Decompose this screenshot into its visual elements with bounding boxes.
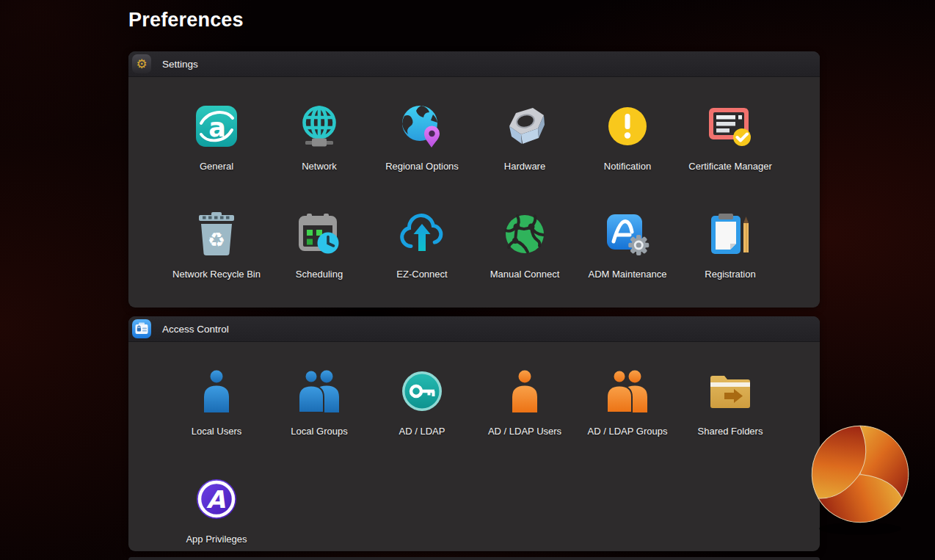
tile-certificate-manager[interactable]: Certificate Manager <box>679 103 782 172</box>
tile-label: Local Groups <box>291 426 347 437</box>
tile-label: Network <box>302 161 337 172</box>
adm-gear-icon <box>605 211 650 257</box>
tile-regional-options[interactable]: Regional Options <box>371 103 473 172</box>
shared-folder-icon <box>708 368 752 414</box>
svg-text:⚙: ⚙ <box>136 57 147 71</box>
tile-notification[interactable]: Notification <box>576 103 679 172</box>
recycle-bin-icon: ♻ <box>197 211 236 257</box>
tile-label: AD / LDAP Groups <box>588 426 668 437</box>
notification-exclamation-icon <box>607 103 648 149</box>
tile-general[interactable]: a General <box>165 103 268 172</box>
tile-label: Registration <box>705 269 755 280</box>
cloud-upload-icon <box>399 211 445 257</box>
asustor-general-icon: a <box>196 103 237 149</box>
tile-label: App Privileges <box>186 534 247 545</box>
tile-local-groups[interactable]: Local Groups <box>268 368 371 437</box>
tile-label: Manual Connect <box>490 269 560 280</box>
tile-label: AD / LDAP <box>399 426 445 437</box>
globe-location-pin-icon <box>401 103 443 149</box>
tile-label: Scheduling <box>296 269 343 280</box>
users-blue-icon <box>297 368 341 414</box>
orange-swirl-logo-icon <box>809 423 912 541</box>
app-privileges-icon: A <box>195 476 238 522</box>
tile-scheduling[interactable]: Scheduling <box>268 211 371 280</box>
tile-label: EZ-Connect <box>396 269 447 280</box>
access-control-panel-header: Access Control <box>128 316 820 342</box>
tile-ad-ldap-users[interactable]: AD / LDAP Users <box>473 368 576 437</box>
access-control-panel: Access Control Local Users <box>128 316 820 551</box>
tile-label: AD / LDAP Users <box>488 426 561 437</box>
svg-text:A: A <box>206 485 225 514</box>
access-control-tile-grid: Local Users Local Groups <box>128 342 820 545</box>
access-control-section-title: Access Control <box>162 324 229 335</box>
hardware-nut-icon <box>503 103 546 149</box>
user-blue-icon <box>200 368 233 414</box>
tile-label: General <box>200 161 233 172</box>
tile-app-privileges[interactable]: A App Privileges <box>165 476 268 545</box>
tile-label: Notification <box>604 161 651 172</box>
tile-label: Network Recycle Bin <box>172 269 261 280</box>
tile-label: Local Users <box>192 426 242 437</box>
tile-shared-folders[interactable]: Shared Folders <box>679 368 782 437</box>
users-orange-icon <box>605 368 650 414</box>
settings-tile-grid: a General <box>128 77 820 280</box>
page-title: Preferences <box>128 9 244 32</box>
tile-hardware[interactable]: Hardware <box>473 103 576 172</box>
settings-section-title: Settings <box>162 59 198 70</box>
network-globe-icon <box>298 103 341 149</box>
tile-label: Shared Folders <box>698 426 763 437</box>
tile-ad-ldap-groups[interactable]: AD / LDAP Groups <box>576 368 679 437</box>
settings-panel: ⚙ Settings a General <box>128 51 820 308</box>
settings-panel-header: ⚙ Settings <box>128 51 820 77</box>
id-badge-icon <box>132 319 151 338</box>
tile-adm-maintenance[interactable]: ADM Maintenance <box>576 211 679 280</box>
settings-gear-icon: ⚙ <box>132 54 151 73</box>
tile-ez-connect[interactable]: EZ-Connect <box>371 211 473 280</box>
tile-label: Regional Options <box>385 161 459 172</box>
tile-local-users[interactable]: Local Users <box>165 368 268 437</box>
svg-text:♻: ♻ <box>208 228 225 251</box>
user-orange-icon <box>509 368 541 414</box>
calendar-clock-icon <box>297 211 341 257</box>
tile-network[interactable]: Network <box>268 103 371 172</box>
next-panel-edge <box>128 557 820 560</box>
tile-label: ADM Maintenance <box>589 269 667 280</box>
tile-label: Hardware <box>504 161 545 172</box>
tile-registration[interactable]: Registration <box>679 211 782 280</box>
key-circle-icon <box>401 368 443 414</box>
clipboard-pencil-icon <box>710 211 751 257</box>
network-sphere-icon <box>503 211 546 257</box>
certificate-check-icon <box>708 103 752 149</box>
tile-ad-ldap[interactable]: AD / LDAP <box>371 368 473 437</box>
tile-manual-connect[interactable]: Manual Connect <box>473 211 576 280</box>
tile-network-recycle-bin[interactable]: ♻ Network Recycle Bin <box>165 211 268 280</box>
tile-label: Certificate Manager <box>688 161 771 172</box>
